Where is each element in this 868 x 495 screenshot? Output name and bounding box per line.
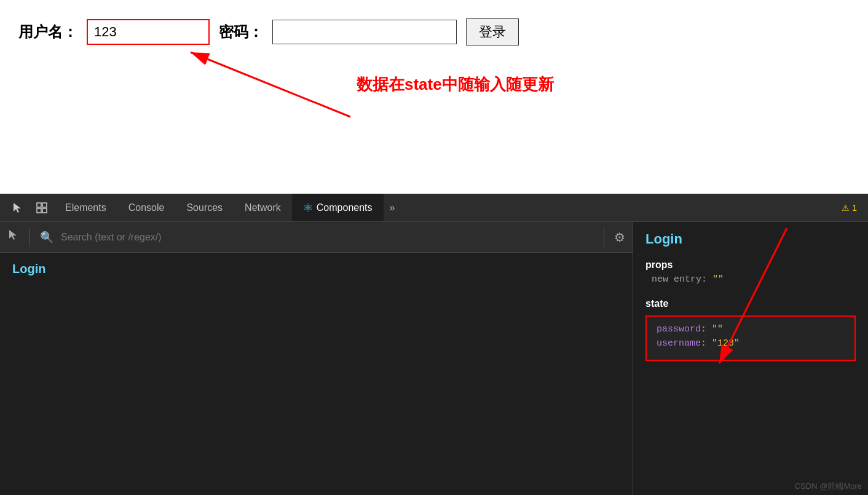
props-key: new entry [652, 274, 701, 285]
separator [30, 228, 30, 247]
svg-rect-3 [42, 203, 47, 207]
state-password-value: "" [712, 324, 723, 335]
inspect-cursor-icon[interactable] [7, 229, 20, 245]
username-label: 用户名： [18, 22, 77, 42]
tab-console[interactable]: Console [117, 194, 176, 221]
props-section-label: props [645, 259, 856, 271]
component-tree-login[interactable]: Login [12, 262, 620, 276]
warning-badge: ⚠ 1 [842, 203, 863, 213]
login-button[interactable]: 登录 [466, 18, 519, 46]
right-panel: Login props new entry: "" state password… [633, 222, 868, 495]
search-magnify-icon: 🔍 [40, 231, 53, 244]
warning-icon: ⚠ [842, 203, 850, 213]
svg-rect-2 [37, 203, 41, 207]
props-value: "" [712, 274, 724, 285]
password-input[interactable] [272, 20, 457, 44]
left-panel: 🔍 ⚙ Login [0, 222, 633, 495]
search-settings-icon[interactable]: ⚙ [614, 230, 625, 245]
separator2 [604, 228, 604, 247]
cursor-icon[interactable] [5, 202, 30, 214]
component-name: Login [645, 231, 856, 247]
search-bar: 🔍 ⚙ [0, 222, 633, 253]
state-password-row: password: "" [657, 324, 845, 335]
react-icon: ⚛ [303, 201, 313, 215]
state-box: password: "" username: "123" [645, 315, 856, 361]
svg-line-1 [191, 52, 350, 117]
top-section: 用户名： 密码： 登录 数据在state中随输入随更新 [0, 0, 868, 194]
tab-network[interactable]: Network [234, 194, 292, 221]
svg-rect-5 [42, 208, 47, 213]
csdn-watermark: CSDN @前端More [795, 481, 862, 492]
layers-icon[interactable] [30, 202, 54, 214]
username-input[interactable] [87, 19, 210, 45]
devtools-panel: Elements Console Sources Network ⚛ Compo… [0, 194, 868, 495]
devtools-tabs-bar: Elements Console Sources Network ⚛ Compo… [0, 194, 868, 222]
tab-components[interactable]: ⚛ Components [292, 194, 384, 221]
tab-elements[interactable]: Elements [54, 194, 117, 221]
state-username-row: username: "123" [657, 338, 845, 349]
state-password-key: password [657, 324, 701, 335]
tab-sources[interactable]: Sources [175, 194, 234, 221]
state-section-label: state [645, 298, 856, 309]
devtools-main: 🔍 ⚙ Login Login props new entry: "" stat… [0, 222, 868, 495]
more-tabs-button[interactable]: » [384, 202, 401, 213]
warning-count: 1 [852, 203, 857, 213]
component-search-input[interactable] [61, 232, 594, 243]
password-label: 密码： [219, 22, 263, 42]
state-username-key: username [657, 338, 701, 349]
login-form: 用户名： 密码： 登录 [18, 18, 519, 46]
component-tree: Login [0, 253, 633, 495]
props-new-entry: new entry: "" [645, 274, 856, 285]
state-username-value: "123" [712, 338, 740, 349]
annotation-text: 数据在state中随输入随更新 [357, 74, 554, 95]
svg-rect-4 [37, 208, 41, 213]
